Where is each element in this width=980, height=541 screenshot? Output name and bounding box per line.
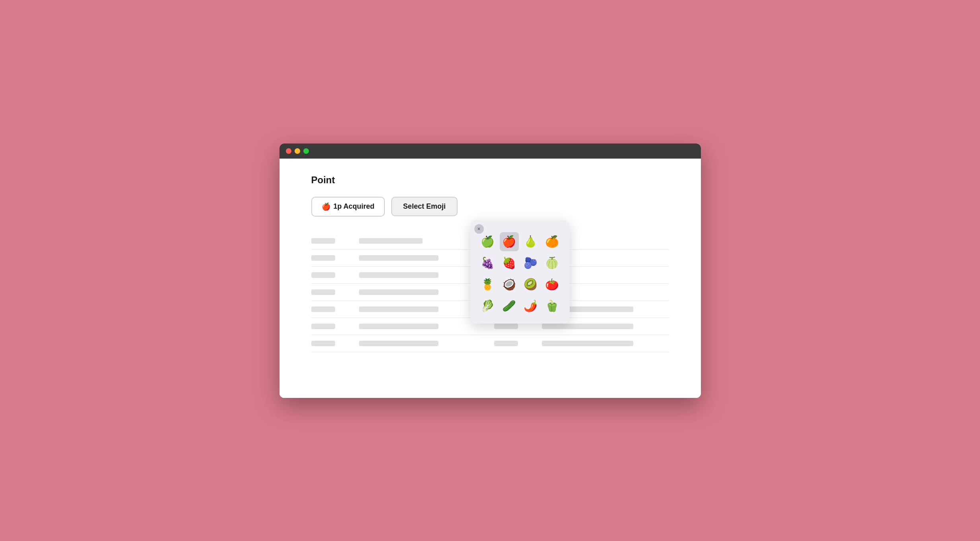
- emoji-tangerine[interactable]: 🍊: [543, 232, 562, 251]
- page-title: Point: [311, 175, 669, 186]
- skeleton-cell: [311, 306, 335, 312]
- skeleton-cell: [311, 341, 335, 346]
- emoji-kiwi[interactable]: 🥝: [521, 275, 540, 294]
- skeleton-cell: [359, 255, 439, 261]
- titlebar: [279, 143, 701, 159]
- skeleton-cell: [359, 289, 439, 295]
- emoji-coconut[interactable]: 🥥: [500, 275, 519, 294]
- emoji-pear[interactable]: 🍐: [521, 232, 540, 251]
- skeleton-cell: [359, 306, 439, 312]
- skeleton-cell: [494, 324, 518, 329]
- skeleton-cell: [542, 324, 633, 329]
- controls-row: 🍎 1p Acquired Select Emoji: [311, 197, 669, 217]
- traffic-light-close[interactable]: [286, 148, 291, 154]
- app-window: Point 🍎 1p Acquired Select Emoji: [279, 143, 701, 398]
- traffic-light-maximize[interactable]: [303, 148, 309, 154]
- acquired-emoji: 🍎: [322, 202, 330, 211]
- emoji-leafy-greens[interactable]: 🥬: [478, 297, 497, 316]
- emoji-picker-close-button[interactable]: ×: [474, 224, 484, 234]
- emoji-grid: 🍏 🍎 🍐 🍊 🍇 🍓 🫐 🍈 🍍 🥥 🥝 🍅 🥬: [478, 232, 562, 316]
- acquired-label: 1p Acquired: [334, 202, 375, 211]
- emoji-melon[interactable]: 🍈: [543, 254, 562, 273]
- skeleton-cell: [311, 289, 335, 295]
- emoji-cucumber[interactable]: 🥒: [500, 297, 519, 316]
- emoji-hot-pepper[interactable]: 🌶️: [521, 297, 540, 316]
- emoji-green-apple[interactable]: 🍏: [478, 232, 497, 251]
- emoji-red-apple[interactable]: 🍎: [500, 232, 519, 251]
- skeleton-cell: [359, 272, 439, 278]
- table-row: [311, 335, 669, 352]
- emoji-strawberry[interactable]: 🍓: [500, 254, 519, 273]
- emoji-bell-pepper[interactable]: 🫑: [543, 297, 562, 316]
- emoji-picker-popup: × 🍏 🍎 🍐 🍊 🍇 🍓 🫐 🍈 🍍 🥥 🥝: [470, 220, 570, 324]
- skeleton-cell: [311, 272, 335, 278]
- desktop-background: Point 🍎 1p Acquired Select Emoji: [279, 136, 701, 406]
- acquired-button[interactable]: 🍎 1p Acquired: [311, 197, 385, 217]
- skeleton-cell: [359, 238, 423, 244]
- skeleton-cell: [542, 341, 633, 346]
- select-emoji-button[interactable]: Select Emoji: [391, 197, 458, 216]
- emoji-tomato[interactable]: 🍅: [543, 275, 562, 294]
- skeleton-cell: [311, 238, 335, 244]
- skeleton-cell: [359, 324, 439, 329]
- emoji-grapes[interactable]: 🍇: [478, 254, 497, 273]
- skeleton-cell: [494, 341, 518, 346]
- emoji-blueberries[interactable]: 🫐: [521, 254, 540, 273]
- traffic-light-minimize[interactable]: [295, 148, 300, 154]
- emoji-pineapple[interactable]: 🍍: [478, 275, 497, 294]
- skeleton-cell: [311, 324, 335, 329]
- skeleton-cell: [359, 341, 439, 346]
- skeleton-cell: [311, 255, 335, 261]
- window-content: Point 🍎 1p Acquired Select Emoji: [279, 159, 701, 398]
- close-icon: ×: [477, 226, 480, 232]
